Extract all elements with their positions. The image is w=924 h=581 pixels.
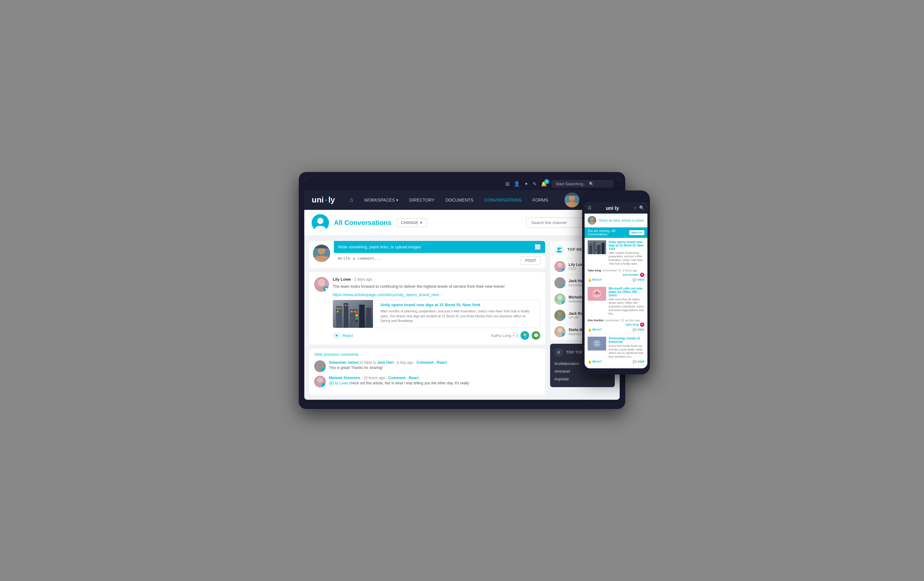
change-button[interactable]: CHANGE ▾: [396, 218, 427, 227]
main-content: All Conversations CHANGE ▾: [304, 210, 620, 400]
nav-workspaces[interactable]: WORKSPACES ▾: [358, 190, 403, 210]
mobile-card-text-2: Some tech trends fizzle out and die a qu…: [609, 344, 644, 359]
svg-rect-15: [359, 304, 365, 328]
nav-directory[interactable]: DIRECTORY: [404, 190, 440, 210]
separator-4: -: [407, 376, 409, 380]
home-icon: ⌂: [350, 197, 353, 203]
sebastian-avatar: [314, 360, 326, 372]
mobile-card-2: Technology trends of tomorrow Some tech …: [584, 334, 647, 366]
mobile-search-icon[interactable]: 🔍: [639, 205, 644, 210]
svg-rect-52: [591, 244, 592, 245]
mobile-device: ☰ uni·ly ☆ 🔍 Share an id: [582, 191, 650, 375]
nav-home[interactable]: ⌂: [344, 190, 359, 210]
svg-point-29: [317, 362, 323, 367]
topbar-search[interactable]: Start Searching... 🔍: [552, 180, 614, 188]
commenter-count: Kathy Long + 2: [491, 333, 518, 338]
nav-documents-label: DOCUMENTS: [446, 198, 474, 202]
logo[interactable]: uni·ly: [312, 195, 335, 205]
comment-btn[interactable]: 💬: [531, 331, 540, 340]
stella-martin-avatar: [554, 326, 566, 337]
post-input-bottom: POST: [334, 253, 545, 268]
mobile-star-icon[interactable]: ☆: [633, 205, 637, 210]
mobile-view-btn-0[interactable]: 💬 VIEW: [633, 278, 644, 281]
logo-suffix: ly: [328, 195, 335, 205]
react-action-1[interactable]: React: [437, 360, 447, 365]
lily-lowe-avatar: [554, 261, 566, 272]
mobile-time-1: an hour ago: [625, 319, 640, 322]
feed-link[interactable]: https://www.articlespage.com/story/unily…: [333, 292, 442, 297]
mobile-react-btn-1[interactable]: 👍 REACT: [587, 328, 602, 331]
mobile-reply-link-1[interactable]: Tyler King: [625, 323, 639, 326]
post-input-header: Write something, paste links, or upload …: [334, 241, 545, 253]
thumbs-down-btn[interactable]: 👇: [521, 331, 529, 340]
mobile-view-btn-1[interactable]: 💬 VIEW: [633, 328, 644, 331]
post-button[interactable]: POST: [521, 256, 541, 265]
topbar-search-text: Start Searching...: [556, 181, 586, 186]
mobile-share-bar[interactable]: Share an idea, article or photo: [584, 214, 647, 227]
feed-card-title[interactable]: Unily opens brand new digs at 31 Bond St…: [380, 303, 536, 307]
nav-forms[interactable]: FORMS: [527, 190, 554, 210]
mobile-card-title-1[interactable]: Microsoft rolls out new plans for Office…: [609, 287, 644, 297]
heart-icon: ♥: [333, 331, 341, 339]
notification-icon[interactable]: 🔔 8: [541, 181, 547, 187]
svg-rect-12: [336, 306, 342, 328]
mobile-view-label-2: VIEW: [637, 360, 644, 363]
svg-point-39: [558, 295, 563, 300]
svg-rect-7: [313, 245, 330, 249]
member-badge-1: [562, 285, 566, 288]
star-icon[interactable]: ✦: [524, 181, 528, 187]
topbar-icons: ⊞ 👤 ✦ ✎ 🔔 8: [505, 181, 547, 187]
nav-conversations[interactable]: CONVERSATIONS: [479, 190, 527, 210]
mobile-notch: [604, 194, 628, 200]
user-icon[interactable]: 👤: [514, 181, 520, 187]
feed-meta: Lily Lowe - 2 days ago: [333, 277, 540, 281]
comment-author-1[interactable]: Sebastian James: [329, 360, 359, 365]
comment-input[interactable]: [338, 256, 521, 265]
svg-point-58: [596, 291, 598, 293]
mention[interactable]: @Lily Lowe: [329, 381, 348, 385]
mobile-card-image-2: [587, 337, 606, 351]
react-button[interactable]: ♥ React: [333, 331, 353, 339]
mobile-view-btn-2[interactable]: 💬 VIEW: [633, 360, 644, 364]
edit-icon[interactable]: ✎: [533, 181, 536, 187]
mobile-card-footer-0: Tyler King commented 🕐 6 hours ago: [587, 268, 644, 272]
nav-documents[interactable]: DOCUMENTS: [440, 190, 479, 210]
grid-icon[interactable]: ⊞: [505, 181, 510, 187]
mobile-actions-1: 👍 REACT 💬 VIEW: [587, 328, 644, 331]
svg-rect-17: [337, 308, 338, 309]
svg-point-9: [318, 279, 325, 286]
mobile-react-icon-0: 👍: [587, 278, 591, 281]
comment-author-2[interactable]: Melanie Simmons: [329, 376, 360, 380]
comment-action-2[interactable]: Comment: [388, 376, 405, 380]
comment-action-1[interactable]: Comment: [416, 360, 433, 365]
upload-icon[interactable]: ⬜: [535, 244, 541, 250]
react-action-2[interactable]: React: [409, 376, 419, 380]
mobile-screen: ☰ uni·ly ☆ 🔍 Share an id: [584, 202, 647, 369]
svg-point-27: [355, 317, 358, 320]
mobile-react-btn-2[interactable]: 👍 REACT: [587, 360, 602, 364]
tablet: ⊞ 👤 ✦ ✎ 🔔 8 Start Searching... 🔍: [299, 172, 625, 409]
mobile-switch-button[interactable]: SWITCH: [629, 230, 645, 235]
mobile-view-icon-2: 💬: [633, 360, 636, 364]
mobile-card-title-2[interactable]: Technology trends of tomorrow: [609, 337, 644, 344]
mobile-card-title-0[interactable]: Unily opens brand new digs at 31 Bond St…: [609, 240, 644, 250]
svg-point-54: [596, 246, 597, 247]
mobile-view-label-0: VIEW: [637, 278, 644, 281]
comment-item-2: Melanie Simmons - 20 hours ago - Comment…: [314, 376, 540, 387]
svg-point-45: [590, 217, 594, 221]
mobile-card-image-1: [587, 287, 606, 301]
search-icon: 🔍: [589, 181, 594, 186]
mobile-card-img-1: [587, 287, 606, 301]
conversations-avatar: [312, 214, 329, 231]
member-badge-4: [562, 334, 566, 337]
comment-time-val-1: a day ago: [397, 360, 413, 365]
view-previous-comments[interactable]: View previous comments: [314, 352, 540, 357]
mobile-react-btn-0[interactable]: 👍 REACT: [587, 278, 602, 281]
comment-text-body: check out this article, this is what I w…: [349, 381, 469, 385]
mobile-reply-link-0[interactable]: Kim Gordon: [623, 273, 639, 277]
reply-to-author-1[interactable]: Jack Hart: [377, 360, 394, 365]
topic-item-2[interactable]: #update: [554, 375, 610, 383]
mobile-menu-icon[interactable]: ☰: [587, 205, 592, 210]
mobile-share-prompt[interactable]: Share an idea, article or photo: [599, 219, 644, 222]
feed-card-text: After months of planning, preparation, a…: [380, 309, 536, 323]
